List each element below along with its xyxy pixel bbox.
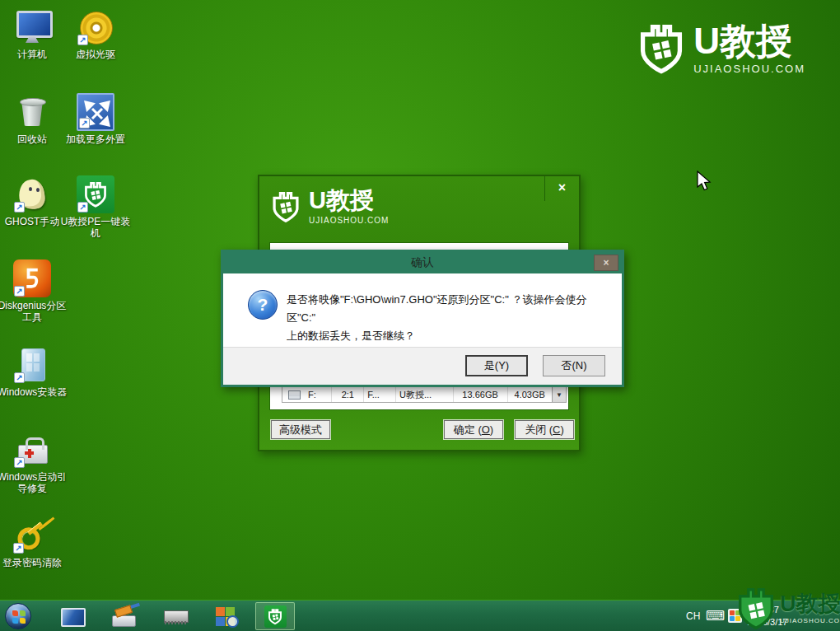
partition-free: 4.03GB [508,387,552,402]
partition-drive: F: [305,387,332,402]
taskbar-image-viewer-button[interactable] [214,605,239,628]
ujiaoshou-shield-icon [264,605,287,628]
desktop-icon-windows-installer[interactable]: ↗ Windows安装器 [0,346,64,398]
ok-button-label-end: ) [490,423,493,436]
window-close-button[interactable]: × [553,179,572,197]
brand-name: U教授 [693,23,805,59]
ghost-icon: ↗ [13,175,51,213]
window-close-area: × [544,176,579,201]
desktop-icon-load-external[interactable]: ↗ 加载更多外置 [63,93,128,145]
computer-icon [13,8,51,46]
close-button-label: 关闭 ( [525,423,553,436]
taskbar: CH ⌨ 14:37 2016/3/17 [0,600,840,631]
windows-installer-icon: ↗ [13,346,51,384]
no-button[interactable]: 否(N) [543,355,605,376]
ok-button-mnemonic: O [482,423,490,436]
shortcut-arrow-icon: ↗ [14,372,25,383]
disk-cell [282,387,305,402]
desktop-icon-label: 计算机 [0,49,68,60]
dialog-message-line2: 上的数据丢失，是否继续？ [287,327,612,345]
brand-shield-icon [271,189,301,224]
shortcut-arrow-icon: ↗ [77,202,88,213]
shortcut-arrow-icon: ↗ [13,543,24,554]
desktop-icon-label: GHOST手动 [0,216,68,227]
taskbar-show-desktop-button[interactable] [59,605,84,628]
mouse-cursor [696,171,714,195]
brand-shield-icon [637,21,685,76]
taskbar-ramdisk-button[interactable] [163,605,188,628]
partition-dropdown-button[interactable]: ▼ [552,387,566,402]
desktop-icon-label: 回收站 [0,133,68,145]
desktop-icon-diskgenius[interactable]: ↗ Diskgenius分区工具 [0,259,64,324]
window-logo: U教授 UJIAOSHOU.COM [271,189,389,225]
brand-logo: U教授 UJIAOSHOU.COM [637,21,805,76]
taskbar-ujiaoshou-active-button[interactable] [255,602,295,630]
chevron-down-icon: ▼ [556,391,562,399]
recycle-bin-icon [13,93,51,131]
partition-size: 13.66GB [454,387,508,402]
windows-flag-icon [12,610,26,624]
close-button-mnemonic: C [553,423,560,436]
shortcut-arrow-icon: ↗ [77,35,88,45]
diskgenius-icon: ↗ [13,259,51,297]
ok-button[interactable]: 确定 (O) [444,420,503,439]
yes-button[interactable]: 是(Y) [465,355,528,376]
advanced-mode-button[interactable]: 高级模式 [271,420,330,439]
desktop-icon-pe-install[interactable]: ↗ U教授PE一键装机 [63,175,128,240]
desktop-icon-recycle-bin[interactable]: 回收站 [0,93,64,145]
partition-ratio: 2:1 [332,387,364,402]
watermark-brand-domain: UJIAOSHOU.COM [780,618,840,624]
watermark-shield-icon [735,585,777,631]
dialog-message: 是否将映像"F:\GHO\win7.GHO"还原到分区"C:" ？该操作会使分区… [287,291,612,345]
close-button[interactable]: 关闭 (C) [515,420,574,439]
start-button[interactable] [5,603,31,629]
desktop-icon-label: Windows启动引导修复 [0,471,68,495]
shortcut-arrow-icon: ↗ [79,118,90,129]
keyboard-icon[interactable]: ⌨ [706,608,725,624]
desktop-icon-label: 虚拟光驱 [60,49,131,60]
dialog-close-button[interactable]: × [594,255,618,271]
desktop-icon-label: Diskgenius分区工具 [0,300,68,324]
desktop: 计算机 ↗ 虚拟光驱 回收站 ↗ 加载更多外置 ↗ GHOST手动 [0,0,840,631]
dialog-button-row: 是(Y) 否(N) [223,347,622,385]
watermark-brand-name: U教授 [780,593,840,615]
partition-fs: F... [364,387,396,402]
language-indicator[interactable]: CH [686,610,700,622]
brand-domain: UJIAOSHOU.COM [693,63,805,74]
disk-drive-icon [288,390,301,400]
boot-repair-icon: ↗ [13,431,51,469]
desktop-icon-label: U教授PE一键装机 [60,216,131,240]
virtual-cd-icon: ↗ [77,8,114,46]
close-button-label-end: ) [561,423,564,436]
question-icon: ? [248,290,278,320]
desktop-icon-virtual-cd[interactable]: ↗ 虚拟光驱 [63,8,128,60]
window-brand-name: U教授 [309,189,389,213]
desktop-icon-label: Windows安装器 [0,386,68,398]
dialog-message-line1: 是否将映像"F:\GHO\win7.GHO"还原到分区"C:" ？该操作会使分区… [287,291,612,327]
desktop-icon-boot-repair[interactable]: ↗ Windows启动引导修复 [0,431,64,495]
desktop-icon-ghost[interactable]: ↗ GHOST手动 [0,175,64,227]
password-clear-icon [6,509,59,563]
watermark-logo: U教授 UJIAOSHOU.COM [735,585,840,631]
confirm-dialog: 确认 × ? 是否将映像"F:\GHO\win7.GHO"还原到分区"C:" ？… [221,250,624,387]
partition-volume: U教授... [396,387,454,402]
ok-button-label: 确定 ( [454,423,482,436]
shortcut-arrow-icon: ↗ [14,457,25,468]
partition-select[interactable]: F: 2:1 F... U教授... 13.66GB 4.03GB ▼ [282,386,567,403]
dialog-title: 确认 [411,255,434,269]
dialog-titlebar: 确认 × [223,252,622,273]
load-external-icon: ↗ [77,93,114,131]
pe-install-shield-icon: ↗ [77,175,114,213]
desktop-icon-computer[interactable]: 计算机 [0,8,64,60]
taskbar-disk-cleanup-button[interactable] [111,605,136,628]
desktop-icon-password-clear[interactable]: ↗ 登录密码清除 [0,516,64,568]
shortcut-arrow-icon: ↗ [14,202,25,213]
dialog-body: ? 是否将映像"F:\GHO\win7.GHO"还原到分区"C:" ？该操作会使… [223,273,622,347]
desktop-icon-label: 加载更多外置 [60,133,131,145]
window-brand-domain: UJIAOSHOU.COM [309,217,389,225]
shortcut-arrow-icon: ↗ [14,286,25,297]
desktop-icon-label: 登录密码清除 [0,557,68,568]
